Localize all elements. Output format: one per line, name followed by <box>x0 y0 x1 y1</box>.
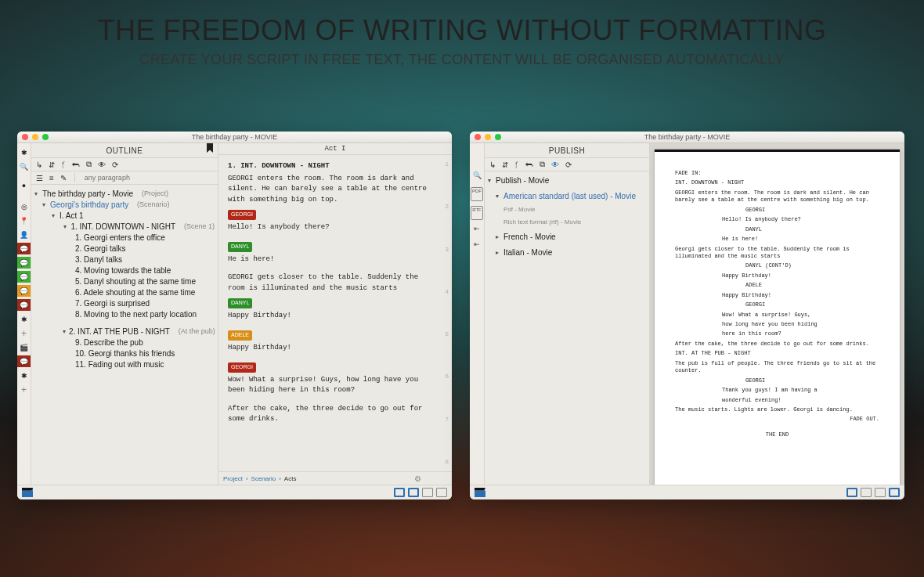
outline-filter-bar: ☰ ≡ ✎ <box>31 171 218 185</box>
window-title: The birthday party - MOVIE <box>17 133 452 141</box>
branch-icon[interactable]: ᚶ <box>514 160 519 169</box>
tree-item: 2. Georgi talks <box>33 243 215 254</box>
hero: THE FREEDOM OF WRITING WITHOUT FORMATTIN… <box>0 14 924 68</box>
window-title: The birthday party - MOVIE <box>470 133 904 141</box>
editor-body[interactable]: 1. INT. DOWNTOWN - NIGHT GEORGI enters t… <box>218 155 452 471</box>
left-icon-bar-b: 🔍 PDF RTF ⇤ ⇤ <box>470 143 485 485</box>
editor-breadcrumb[interactable]: ⚙ Project› Scenario› Acts <box>218 471 452 485</box>
tree-item: 8. Moving to the next party location <box>33 308 215 319</box>
bookmark-icon[interactable] <box>207 143 213 153</box>
outline-tree[interactable]: ▾The birthday party - Movie (Project) ▾G… <box>31 185 218 485</box>
script-preview[interactable]: FADE IN: INT. DOWNTOWN - NIGHT GEORGI en… <box>650 143 904 485</box>
target-icon[interactable]: ◎ <box>18 200 30 212</box>
script-icon[interactable]: ✎ <box>60 174 67 182</box>
editor-gutter: 12 34 56 78 <box>439 160 449 467</box>
char-chip-3[interactable]: 💬 <box>17 271 31 283</box>
char-chip-5[interactable]: 💬 <box>17 299 31 311</box>
char-tag-georgi2: GEORGI <box>228 362 256 373</box>
export2-icon[interactable]: ⇤ <box>474 240 480 251</box>
tree-act1: I. Act 1 <box>60 211 84 220</box>
export-icon[interactable]: ⇤ <box>474 225 480 236</box>
lines-icon[interactable]: ≡ <box>49 174 54 182</box>
search-input[interactable] <box>83 173 164 182</box>
editor-heading: Act I <box>218 143 452 155</box>
preview-page: FADE IN: INT. DOWNTOWN - NIGHT GEORGI en… <box>655 150 900 485</box>
svg-rect-2 <box>475 491 485 498</box>
char-tag-danyl: DANYL <box>228 242 252 252</box>
sliders-icon[interactable]: ⚙ <box>414 474 421 483</box>
tree-scenario: Georgi's birthday party <box>50 200 128 209</box>
share-icon[interactable]: ⮪ <box>525 160 533 169</box>
tree-item: 11. Fading out with music <box>33 359 215 370</box>
branch-icon[interactable]: ᚶ <box>61 160 66 169</box>
pdf-export-icon[interactable]: PDF <box>471 187 483 201</box>
pane-toggles[interactable] <box>846 488 900 497</box>
script-editor[interactable]: Act I 1. INT. DOWNTOWN - NIGHT GEORGI en… <box>218 143 452 485</box>
refresh-icon[interactable]: ⟳ <box>565 160 572 169</box>
clapper-icon[interactable] <box>22 488 33 497</box>
tree-item: 5. Danyl shouting at the same time <box>33 276 215 287</box>
char-chip-4[interactable]: 💬 <box>17 285 31 297</box>
refresh-icon[interactable]: ⟳ <box>112 160 118 169</box>
search-icon[interactable]: 🔍 <box>18 160 30 172</box>
add-2[interactable]: + <box>21 384 27 395</box>
tree-item: 3. Danyl talks <box>33 254 215 265</box>
publish-header: PUBLISH <box>485 143 649 158</box>
dot-icon[interactable]: ● <box>18 179 30 191</box>
publish-toolbar: ↳ ⇵ ᚶ ⮪ ⧉ 👁 ⟳ <box>485 158 649 171</box>
char-tag-adele: ADELE <box>228 330 252 341</box>
tree-item: 7. Georgi is surprised <box>33 298 215 308</box>
tree-item: 6. Adele shouting at the same time <box>33 287 215 298</box>
window-publish: The birthday party - MOVIE 🔍 PDF RTF ⇤ ⇤… <box>470 132 904 499</box>
char-chip-2[interactable]: 💬 <box>17 257 31 269</box>
tree-item: 1. Georgi enters the office <box>33 232 215 243</box>
clapper-icon[interactable] <box>475 488 485 497</box>
tree-root: The birthday party - Movie <box>42 189 133 198</box>
tree-item: 9. Describe the pub <box>33 337 215 348</box>
pub-french: French - Movie <box>504 233 556 241</box>
run2-icon[interactable]: ✱ <box>18 313 30 325</box>
char-tag-danyl2: DANYL <box>228 298 252 308</box>
char-chip-6[interactable]: 💬 <box>17 355 31 367</box>
copy-icon[interactable]: ⧉ <box>86 160 92 169</box>
tree-expand-icon[interactable]: ⇵ <box>49 160 55 169</box>
tree-collapse-icon[interactable]: ↳ <box>489 160 496 169</box>
window-footer <box>470 485 904 499</box>
run-icon[interactable]: ✱ <box>18 146 30 158</box>
pin-icon[interactable]: 📍 <box>18 215 30 226</box>
copy-icon[interactable]: ⧉ <box>540 160 545 169</box>
tree-collapse-icon[interactable]: ↳ <box>36 160 42 169</box>
pub-rtf: Rich text format (rtf) - Movie <box>504 218 581 225</box>
share-icon[interactable]: ⮪ <box>72 160 80 169</box>
run3-icon[interactable]: ✱ <box>18 370 30 381</box>
hero-subtitle: CREATE YOUR SCRIPT IN FREE TEXT, THE CON… <box>0 52 924 68</box>
clapper-icon[interactable]: 🎬 <box>18 341 30 353</box>
add-1[interactable]: + <box>21 327 27 339</box>
titlebar[interactable]: The birthday party - MOVIE <box>17 132 452 143</box>
publish-tree[interactable]: ▾Publish - Movie ▾American standard (las… <box>485 171 649 485</box>
pub-standard: American standard (last used) - Movie <box>504 192 636 200</box>
pane-toggles[interactable] <box>394 488 447 497</box>
titlebar[interactable]: The birthday party - MOVIE <box>470 132 904 143</box>
eye-icon[interactable]: 👁 <box>551 160 559 169</box>
left-icon-bar: ✱ 🔍 ● ◎ 📍 👤 💬 💬 💬 💬 💬 ✱ + 🎬 💬 ✱ + <box>17 143 31 485</box>
outline-toolbar: ↳ ⇵ ᚶ ⮪ ⧉ 👁 ⟳ <box>31 158 218 171</box>
list-icon[interactable]: ☰ <box>36 174 43 182</box>
pub-root: Publish - Movie <box>496 176 549 185</box>
outline-header: OUTLINE <box>31 143 218 158</box>
tree-scene1: 1. INT. DOWNTOWN - NIGHT <box>70 222 175 231</box>
hero-title: THE FREEDOM OF WRITING WITHOUT FORMATTIN… <box>0 14 924 47</box>
tree-item: 10. Georgi thanks his friends <box>33 348 215 359</box>
outline-panel: OUTLINE ↳ ⇵ ᚶ ⮪ ⧉ 👁 ⟳ ☰ ≡ ✎ ▾The birthda… <box>31 143 218 485</box>
search2-icon[interactable]: 🔍 <box>473 171 482 182</box>
rtf-export-icon[interactable]: RTF <box>471 206 483 220</box>
tree-expand-icon[interactable]: ⇵ <box>502 160 508 169</box>
eye-icon[interactable]: 👁 <box>98 160 106 169</box>
svg-rect-0 <box>22 491 33 498</box>
publish-panel: PUBLISH ↳ ⇵ ᚶ ⮪ ⧉ 👁 ⟳ ▾Publish - Movie ▾… <box>485 143 650 485</box>
user-icon[interactable]: 👤 <box>18 229 30 240</box>
window-footer <box>17 485 452 499</box>
tree-scene2: 2. INT. AT THE PUB - NIGHT <box>69 327 170 336</box>
pub-italian: Italian - Movie <box>504 248 552 257</box>
char-chip-1[interactable]: 💬 <box>17 243 31 254</box>
